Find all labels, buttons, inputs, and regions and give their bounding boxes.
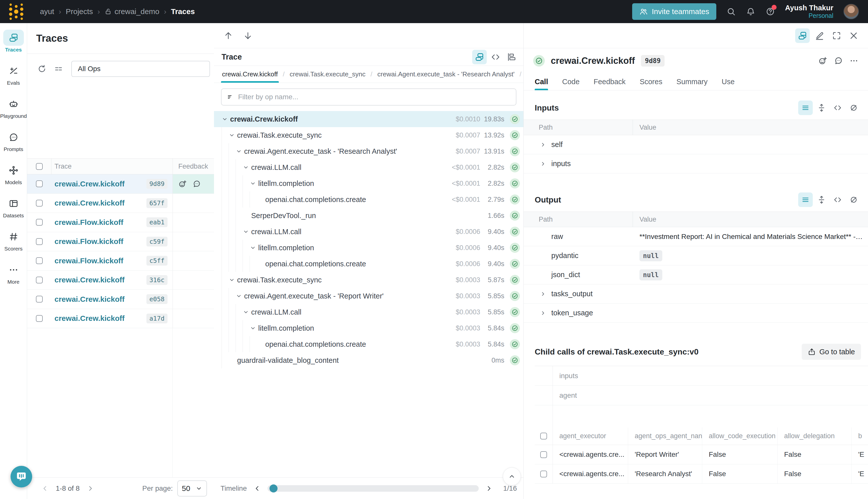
trace-tree-row[interactable]: crewai.Agent.execute_task - 'Report Writ…: [214, 288, 523, 304]
previous-call-button[interactable]: [221, 28, 236, 43]
expand-chevron-icon[interactable]: [243, 309, 251, 315]
expand-all-button[interactable]: [814, 193, 829, 207]
select-all-checkbox[interactable]: [36, 163, 43, 170]
column-header[interactable]: allow_code_execution: [702, 427, 778, 445]
sidebar-item-datasets[interactable]: Datasets: [0, 195, 27, 229]
fullscreen-icon[interactable]: [829, 28, 844, 43]
expand-chevron-icon[interactable]: [250, 244, 258, 251]
row-checkbox[interactable]: [36, 180, 43, 187]
row-checkbox[interactable]: [36, 219, 43, 226]
tab-call[interactable]: Call: [535, 73, 548, 90]
op-name-filter[interactable]: [221, 88, 516, 106]
collapse-timeline-button[interactable]: [503, 467, 521, 485]
row-checkbox[interactable]: [540, 471, 547, 477]
trace-tree-row[interactable]: crewai.LLM.call<$0.00012.82s: [214, 159, 523, 175]
kv-row[interactable]: raw**Investment Report: AI in Chemical a…: [524, 227, 868, 246]
trace-tree-row[interactable]: guardrail-validate_blog_content0ms: [214, 352, 523, 368]
sidebar-item-playground[interactable]: Playground: [0, 96, 27, 129]
kv-row[interactable]: self: [524, 135, 868, 154]
avatar[interactable]: [843, 4, 859, 19]
kv-row[interactable]: pydanticnull: [524, 246, 868, 265]
table-row[interactable]: crewai.Crew.kickoffe058: [27, 290, 214, 309]
row-checkbox[interactable]: [36, 200, 43, 207]
next-page-icon[interactable]: [86, 484, 95, 493]
tab-code[interactable]: Code: [562, 73, 580, 90]
table-row[interactable]: crewai.Crew.kickoff657f: [27, 194, 214, 213]
list-view-button[interactable]: [798, 100, 813, 115]
expand-chevron-icon[interactable]: [243, 228, 251, 235]
table-row[interactable]: crewai.Crew.kickoff316c: [27, 271, 214, 290]
expand-chevron-icon[interactable]: [228, 132, 237, 138]
table-row[interactable]: crewai.Crew.kickoffa17d: [27, 309, 214, 328]
list-view-button[interactable]: [798, 193, 813, 207]
comment-icon[interactable]: [193, 180, 201, 188]
expand-chevron-icon[interactable]: [243, 164, 251, 171]
more-options-icon[interactable]: [850, 56, 858, 65]
column-header[interactable]: agent_executor: [553, 427, 628, 445]
column-header[interactable]: agent_ops_agent_nan: [628, 427, 702, 445]
table-row[interactable]: crewai.Crew.kickoff9d89: [27, 174, 214, 194]
row-checkbox[interactable]: [36, 257, 43, 264]
expand-chevron-icon[interactable]: [540, 160, 547, 167]
tree-view-button[interactable]: [472, 50, 487, 64]
trace-link[interactable]: crewai.Crew.kickoff: [54, 180, 146, 188]
sidebar-item-scorers[interactable]: Scorers: [0, 229, 27, 262]
sidebar-item-traces[interactable]: Traces: [0, 30, 27, 63]
trace-link[interactable]: crewai.Flow.kickoff: [54, 257, 146, 265]
kv-row[interactable]: tasks_output: [524, 284, 868, 304]
ops-filter-select[interactable]: All Ops: [71, 61, 210, 77]
column-header[interactable]: allow_delegation: [778, 427, 852, 445]
code-view-button[interactable]: [830, 193, 845, 207]
sidebar-item-prompts[interactable]: Prompts: [0, 129, 27, 162]
trace-breadcrumb-tab[interactable]: crewai.Crew.kickoff: [221, 66, 279, 83]
tab-use[interactable]: Use: [722, 73, 735, 90]
trace-tree-row[interactable]: litellm.completion<$0.00012.82s: [214, 175, 523, 192]
timeline-prev-icon[interactable]: [253, 484, 261, 493]
show-trace-tree-button[interactable]: [795, 28, 810, 43]
hide-values-button[interactable]: [846, 100, 861, 115]
trace-tree-row[interactable]: litellm.completion$0.00069.40s: [214, 240, 523, 256]
search-icon[interactable]: [726, 7, 736, 16]
call-id-badge[interactable]: 9d89: [641, 55, 665, 66]
child-call-row[interactable]: <crewai.agents.cre...'Report Writer'Fals…: [535, 445, 868, 464]
row-checkbox[interactable]: [36, 238, 43, 245]
sidebar-item-more[interactable]: More: [0, 262, 27, 295]
expand-chevron-icon[interactable]: [540, 142, 547, 148]
breadcrumb-item[interactable]: ayut: [40, 7, 54, 16]
code-view-button[interactable]: [488, 50, 503, 64]
trace-tree-row[interactable]: litellm.completion$0.00035.84s: [214, 320, 523, 336]
expand-chevron-icon[interactable]: [236, 293, 244, 299]
prev-page-icon[interactable]: [41, 484, 49, 493]
expand-chevron-icon[interactable]: [540, 310, 547, 316]
flame-view-button[interactable]: [504, 50, 519, 64]
expand-chevron-icon[interactable]: [250, 180, 258, 187]
notifications-bell-icon[interactable]: [746, 7, 756, 16]
tab-feedback[interactable]: Feedback: [594, 73, 625, 90]
expand-chevron-icon[interactable]: [222, 116, 230, 122]
trace-tree-row[interactable]: crewai.LLM.call$0.00035.85s: [214, 304, 523, 320]
table-row[interactable]: crewai.Flow.kickoffeab1: [27, 213, 214, 232]
support-chat-button[interactable]: [11, 466, 32, 487]
trace-tree-row[interactable]: crewai.LLM.call$0.00069.40s: [214, 223, 523, 240]
trace-tree-row[interactable]: openai.chat.completions.create$0.00035.8…: [214, 336, 523, 352]
expand-chevron-icon[interactable]: [250, 325, 258, 331]
select-all-checkbox[interactable]: [540, 433, 547, 439]
trace-link[interactable]: crewai.Flow.kickoff: [54, 237, 146, 246]
kv-row[interactable]: json_dictnull: [524, 265, 868, 284]
expand-chevron-icon[interactable]: [236, 148, 244, 155]
trace-link[interactable]: crewai.Crew.kickoff: [54, 295, 146, 304]
breadcrumb-item[interactable]: crewai_demo: [104, 7, 159, 16]
expand-all-button[interactable]: [814, 100, 829, 115]
per-page-select[interactable]: 50: [177, 480, 207, 497]
row-checkbox[interactable]: [36, 277, 43, 283]
user-menu[interactable]: Ayush Thakur Personal: [785, 4, 833, 19]
row-checkbox[interactable]: [36, 315, 43, 322]
trace-link[interactable]: crewai.Crew.kickoff: [54, 199, 146, 207]
add-reaction-icon[interactable]: [178, 180, 187, 188]
trace-link[interactable]: crewai.Crew.kickoff: [54, 276, 146, 284]
hide-values-button[interactable]: [846, 193, 861, 207]
trace-tree-row[interactable]: crewai.Agent.execute_task - 'Research An…: [214, 143, 523, 159]
op-name-filter-input[interactable]: [238, 93, 511, 101]
edit-icon[interactable]: [812, 28, 827, 43]
trace-tree-row[interactable]: crewai.Task.execute_sync$0.000713.92s: [214, 127, 523, 143]
